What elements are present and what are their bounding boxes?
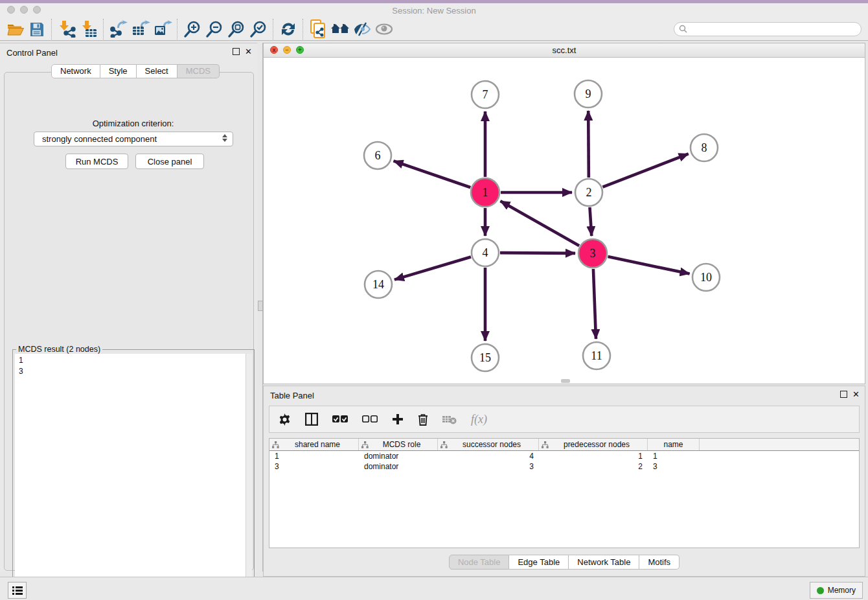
network-window-titlebar: x − + scc.txt <box>264 43 865 58</box>
column-view-button[interactable] <box>305 413 318 426</box>
control-panel-title: Control Panel <box>6 48 58 58</box>
clone-network-file-icon <box>309 19 327 38</box>
open-session-button[interactable] <box>4 19 26 39</box>
column-header-MCDS-role[interactable]: MCDS role <box>359 439 438 450</box>
deselect-all-button[interactable] <box>362 415 378 423</box>
graph-node-label-14: 14 <box>372 278 384 291</box>
node-table[interactable]: shared nameMCDS rolesuccessor nodesprede… <box>269 438 860 548</box>
panel-splitter[interactable] <box>257 43 263 571</box>
zoom-in-button[interactable] <box>181 19 203 39</box>
tab-network-table[interactable]: Network Table <box>569 555 639 570</box>
close-panel-icon[interactable]: ✕ <box>852 391 860 397</box>
import-network-icon <box>58 20 76 38</box>
unchecked-boxes-icon <box>362 415 378 423</box>
table-row[interactable]: 3dominator323 <box>269 461 859 472</box>
network-graph-canvas[interactable]: 7968124314101511 <box>264 57 865 384</box>
zoom-fit-button[interactable] <box>225 19 247 39</box>
mcds-result-group: MCDS result (2 nodes) 1 3 <box>12 349 255 597</box>
result-scrollbar[interactable] <box>246 354 252 595</box>
run-mcds-button[interactable]: Run MCDS <box>65 154 128 169</box>
tab-network[interactable]: Network <box>51 64 100 78</box>
import-network-button[interactable] <box>56 19 78 39</box>
memory-label: Memory <box>828 586 856 595</box>
control-panel: Control Panel ✕ Network Style Select MCD… <box>0 43 257 572</box>
toolbar-separator <box>51 19 52 40</box>
edge-2-8[interactable] <box>602 154 688 187</box>
table-cell: dominator <box>359 452 438 461</box>
mcds-result-title: MCDS result (2 nodes) <box>16 345 102 354</box>
home-button[interactable] <box>329 19 351 39</box>
splitter-handle[interactable] <box>258 301 263 311</box>
tab-mcds[interactable]: MCDS <box>177 64 220 78</box>
column-type-icon <box>361 441 369 448</box>
graph-node-label-6: 6 <box>375 149 381 162</box>
edge-4-14[interactable] <box>394 257 471 280</box>
zoom-out-button[interactable] <box>203 19 225 39</box>
memory-button[interactable]: Memory <box>810 582 863 599</box>
edge-3-1[interactable] <box>500 201 579 246</box>
tab-motifs[interactable]: Motifs <box>639 555 680 570</box>
table-cell: 3 <box>648 462 700 471</box>
edge-1-6[interactable] <box>394 161 471 187</box>
network-hscroll-thumb[interactable] <box>561 379 570 383</box>
edge-2-3[interactable] <box>589 207 591 236</box>
function-builder-button-disabled: f(x) <box>471 413 487 426</box>
network-from-selection-button[interactable] <box>307 19 329 39</box>
column-header-successor-nodes[interactable]: successor nodes <box>438 439 539 450</box>
mcds-panel-card: Network Style Select MCDS Optimization c… <box>4 72 254 571</box>
edge-2-9[interactable] <box>588 111 589 178</box>
export-image-button[interactable] <box>152 19 174 39</box>
column-header-shared-name[interactable]: shared name <box>269 439 359 450</box>
task-history-button[interactable] <box>8 582 27 599</box>
edge-3-11[interactable] <box>593 269 596 339</box>
delete-table-icon <box>442 415 457 424</box>
tab-select[interactable]: Select <box>137 64 177 78</box>
table-panel: Table Panel ✕ f(x) shared nameMCDS roles… <box>263 386 865 577</box>
table-row[interactable]: 1dominator411 <box>269 451 859 461</box>
dropdown-stepper-icon <box>222 134 227 142</box>
column-header-predecessor-nodes[interactable]: predecessor nodes <box>539 439 648 450</box>
save-session-button[interactable] <box>26 19 48 39</box>
table-settings-button[interactable] <box>279 413 291 426</box>
tab-node-table[interactable]: Node Table <box>449 555 510 570</box>
export-table-button[interactable] <box>130 19 152 39</box>
export-table-icon <box>131 20 150 38</box>
edge-4-3[interactable] <box>500 253 575 253</box>
save-disk-icon <box>29 21 45 37</box>
table-cell: 3 <box>438 462 539 471</box>
zoom-fit-icon <box>227 20 246 38</box>
graph-node-label-9: 9 <box>586 87 591 100</box>
main-toolbar <box>0 17 868 41</box>
column-type-icon <box>272 441 279 448</box>
tab-style[interactable]: Style <box>100 64 137 78</box>
export-network-button[interactable] <box>108 19 130 39</box>
search-input[interactable] <box>690 24 861 34</box>
import-table-button[interactable] <box>78 19 100 39</box>
column-header-name[interactable]: name <box>648 439 700 450</box>
export-network-icon <box>109 20 128 38</box>
graph-node-label-8: 8 <box>702 141 707 154</box>
table-panel-title: Table Panel <box>270 391 314 400</box>
eye-button[interactable] <box>373 19 395 39</box>
list-icon <box>12 586 23 595</box>
mcds-result-textarea[interactable]: 1 3 <box>15 354 252 595</box>
edge-3-10[interactable] <box>608 257 689 274</box>
close-panel-button[interactable]: Close panel <box>135 154 204 169</box>
show-graphics-details-button[interactable] <box>351 19 373 39</box>
criterion-dropdown[interactable]: strongly connected component <box>34 132 233 146</box>
float-panel-icon[interactable] <box>840 391 847 398</box>
table-cell: dominator <box>359 462 438 471</box>
tab-edge-table[interactable]: Edge Table <box>509 555 569 570</box>
search-field[interactable] <box>674 22 862 36</box>
float-panel-icon[interactable] <box>233 48 240 55</box>
close-panel-icon[interactable]: ✕ <box>245 49 252 54</box>
app-titlebar: Session: New Session <box>0 3 868 17</box>
apply-layout-button[interactable] <box>277 19 299 39</box>
add-column-button[interactable] <box>392 413 404 425</box>
zoom-selected-button[interactable] <box>247 19 269 39</box>
select-all-button[interactable] <box>332 415 348 423</box>
column-type-icon <box>440 441 448 448</box>
delete-column-button[interactable] <box>418 413 428 426</box>
toolbar-separator <box>303 19 304 40</box>
table-cell: 2 <box>539 462 648 471</box>
